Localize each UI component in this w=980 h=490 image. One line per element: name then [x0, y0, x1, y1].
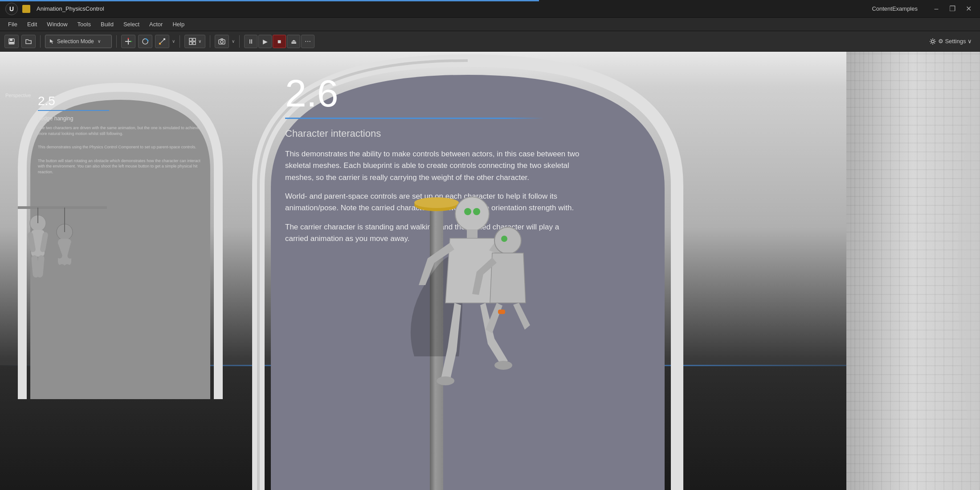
play-controls: ⏸ ▶ ■ ⏏ ⋯	[244, 35, 314, 48]
svg-marker-5	[127, 37, 129, 39]
section-26-title: Character interactions	[285, 128, 624, 139]
viewport-perspective-label: Perspective	[5, 93, 31, 98]
section-25-desc1: The two characters are driven with the s…	[38, 125, 203, 136]
svg-rect-11	[163, 38, 165, 40]
svg-marker-6	[131, 41, 132, 42]
eject-button[interactable]: ⏏	[287, 35, 300, 48]
left-robot-figures	[18, 203, 107, 372]
play-button[interactable]: ▶	[258, 35, 272, 48]
selection-mode-label: Selection Mode	[57, 38, 94, 45]
svg-rect-14	[189, 42, 192, 45]
project-name: Animation_PhysicsControl	[37, 5, 104, 12]
menu-edit[interactable]: Edit	[23, 20, 41, 29]
stop-button[interactable]: ■	[273, 35, 286, 48]
svg-rect-15	[193, 42, 196, 45]
menu-help[interactable]: Help	[168, 20, 189, 29]
toolbar-sep-4	[210, 35, 210, 48]
open-button[interactable]	[21, 35, 36, 48]
right-wall	[846, 52, 980, 490]
scale-tool[interactable]	[155, 35, 169, 48]
save-button[interactable]	[4, 35, 19, 48]
selection-mode-chevron: ∨	[98, 39, 101, 44]
svg-marker-8	[147, 40, 149, 41]
left-room: 2.5 Ledge hanging The two characters are…	[13, 78, 227, 399]
minimize-button[interactable]: –	[930, 4, 943, 13]
maximize-button[interactable]: ❐	[946, 4, 959, 13]
menu-tools[interactable]: Tools	[73, 20, 95, 29]
toolbar-sep-5	[239, 35, 240, 48]
svg-rect-13	[193, 38, 196, 41]
toolbar-sep-1	[40, 35, 41, 48]
svg-point-47	[501, 236, 507, 242]
title-bar: U Animation_PhysicsControl ContentExampl…	[0, 0, 980, 18]
section-26-number: 2.6	[285, 74, 624, 112]
svg-point-44	[437, 376, 454, 385]
svg-rect-43	[467, 229, 478, 238]
menu-file[interactable]: File	[4, 20, 22, 29]
svg-rect-27	[37, 255, 45, 278]
menu-bar: File Edit Window Tools Build Select Acto…	[0, 18, 980, 31]
svg-rect-32	[59, 264, 65, 286]
snap-chevron: ∨	[198, 39, 201, 44]
settings-button[interactable]: ⚙ Settings ∨	[926, 36, 976, 47]
svg-rect-12	[189, 38, 192, 41]
menu-build[interactable]: Build	[96, 20, 118, 29]
svg-point-17	[220, 41, 223, 43]
section-25-desc2: This demonstrates using the Physics Cont…	[38, 144, 203, 150]
settings-label: ⚙ Settings ∨	[938, 38, 972, 45]
svg-point-42	[473, 208, 480, 215]
svg-point-40	[455, 197, 489, 231]
selection-mode-button[interactable]: Selection Mode ∨	[45, 35, 112, 48]
menu-actor[interactable]: Actor	[145, 20, 167, 29]
svg-point-45	[494, 361, 512, 370]
project-file-icon	[22, 5, 30, 13]
more-play-options[interactable]: ⋯	[301, 35, 314, 48]
section-25-desc3: The button will start rotating an obstac…	[38, 158, 203, 175]
close-button[interactable]: ✕	[962, 4, 975, 13]
viewport[interactable]: 2.5 Ledge hanging The two characters are…	[0, 52, 980, 490]
svg-rect-10	[159, 43, 161, 45]
section-25-blue-line	[38, 110, 109, 111]
transform-chevron: ∨	[172, 39, 175, 44]
rotate-tool[interactable]	[138, 35, 152, 48]
robot-characters-svg	[383, 178, 570, 410]
title-bar-right: ContentExamples – ❐ ✕	[872, 4, 975, 13]
camera-button[interactable]	[215, 35, 229, 48]
svg-rect-2	[9, 42, 14, 44]
right-wall-curve	[846, 52, 980, 490]
section-25-content: 2.5 Ledge hanging The two characters are…	[38, 94, 203, 175]
app-title: ContentExamples	[872, 5, 918, 12]
pause-button[interactable]: ⏸	[244, 35, 257, 48]
svg-rect-1	[10, 39, 12, 41]
toolbar: Selection Mode ∨ ∨	[0, 31, 980, 52]
translate-tool[interactable]	[121, 35, 135, 48]
svg-rect-48	[498, 310, 505, 314]
menu-window[interactable]: Window	[42, 20, 72, 29]
title-bar-left: U Animation_PhysicsControl	[5, 3, 104, 15]
section-26-blue-line	[285, 118, 543, 119]
camera-chevron: ∨	[232, 39, 235, 44]
toolbar-sep-3	[180, 35, 180, 48]
ue-logo: U	[5, 3, 18, 15]
loading-bar-fill	[0, 0, 539, 1]
svg-point-41	[464, 208, 471, 215]
svg-point-46	[494, 227, 521, 254]
toolbar-sep-2	[116, 35, 117, 48]
loading-bar	[0, 0, 980, 1]
section-25-title: Ledge hanging	[38, 115, 203, 122]
svg-point-18	[931, 40, 934, 43]
menu-select[interactable]: Select	[119, 20, 144, 29]
svg-rect-33	[64, 264, 70, 286]
section-25-number: 2.5	[38, 94, 203, 108]
snap-button[interactable]: ∨	[184, 35, 205, 48]
